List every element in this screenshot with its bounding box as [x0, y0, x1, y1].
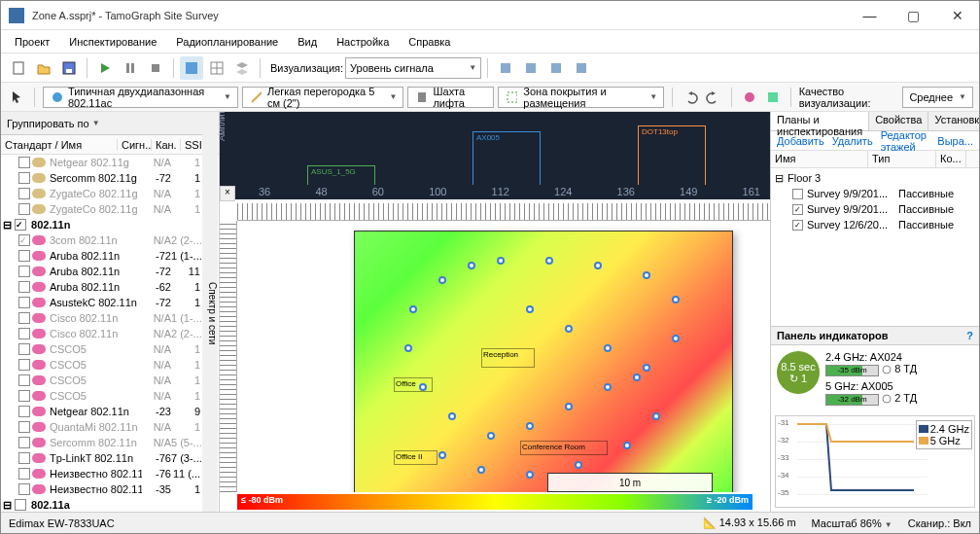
tab-settings[interactable]: Установки: [928, 112, 979, 130]
spectrum-tab[interactable]: Спектр и сети: [202, 112, 218, 512]
dimensions-status: 📐 14.93 x 15.66 m: [703, 516, 796, 529]
ap-row[interactable]: ZygateCo 802.11gN/A1: [1, 201, 219, 217]
ap-row[interactable]: Aruba 802.11n-7211: [1, 264, 219, 279]
svg-rect-11: [526, 63, 536, 73]
center-panel: Спектр и сети Амплитуда (dBm) ASUS_1_5GA…: [220, 112, 770, 512]
ap-row[interactable]: CSCO5N/A1: [1, 373, 219, 388]
ap-row[interactable]: Sercomm 802.11nN/A5 (5-...: [1, 435, 219, 450]
ap-list[interactable]: Netgear 802.11gN/A1Sercomm 802.11g-721Zy…: [1, 155, 219, 512]
ap-row[interactable]: ZygateCo 802.11gN/A1: [1, 186, 219, 201]
quality-label: Качество визуализации:: [799, 86, 899, 109]
delete-button[interactable]: Удалить: [832, 135, 873, 147]
ruler-vertical: [220, 221, 237, 492]
svg-point-20: [883, 395, 891, 403]
quality-select[interactable]: Среднее▼: [902, 87, 973, 108]
new-button[interactable]: [7, 56, 30, 80]
grid-button[interactable]: [205, 56, 228, 80]
spectrum-chart: Амплитуда (dBm) ASUS_1_5GAX005DOT13top 3…: [220, 112, 770, 199]
undo-button[interactable]: [681, 86, 700, 109]
tab-plans[interactable]: Планы и инспектирования: [771, 112, 869, 130]
zone-select[interactable]: Зона покрытия и размещения▼: [498, 87, 664, 108]
tool-b-button[interactable]: [519, 56, 542, 80]
svg-point-19: [883, 366, 891, 374]
floor-editor-button[interactable]: Редактор этажей: [881, 129, 930, 153]
viz-select[interactable]: Уровень сигнала▼: [345, 57, 481, 79]
zoom-status[interactable]: Масштаб 86% ▼: [812, 517, 892, 529]
chart-lines: [797, 420, 914, 503]
help-icon[interactable]: ?: [966, 330, 973, 341]
dashboard-header: Панель индикаторов ?: [771, 326, 979, 345]
menu-options[interactable]: Настройка: [329, 34, 397, 50]
spectrum-close-button[interactable]: ×: [220, 186, 235, 201]
ap-row[interactable]: Aruba 802.11n-721 (1-...: [1, 248, 219, 264]
survey-row[interactable]: Survey 9/9/201...Пассивные: [792, 186, 975, 201]
ap-row[interactable]: QuantaMi 802.11nN/A1: [1, 419, 219, 435]
scan-status[interactable]: Сканир.: Вкл: [908, 517, 971, 529]
menu-help[interactable]: Справка: [401, 34, 458, 50]
menu-rfplanning[interactable]: Радиопланирование: [168, 34, 286, 50]
pause-button[interactable]: [119, 56, 142, 80]
tool-d-button[interactable]: [570, 56, 593, 80]
window-title: Zone A.ssprj* - TamoGraph Site Survey: [32, 10, 848, 21]
wall-type-select[interactable]: Типичная двухдиапазонная 802.11ac▼: [43, 87, 238, 108]
pointer-button[interactable]: [7, 86, 26, 109]
ap-row[interactable]: Неизвестно 802.11n-351: [1, 481, 219, 497]
heatmap-button[interactable]: [180, 56, 203, 80]
menu-survey[interactable]: Инспектирование: [61, 34, 164, 50]
tab-props[interactable]: Свойства: [869, 112, 928, 130]
ap-row[interactable]: 3com 802.11nN/A2 (2-...: [1, 232, 219, 248]
redo-button[interactable]: [704, 86, 723, 109]
plans-toolbar: Добавить Удалить Редактор этажей Выра...: [771, 131, 979, 151]
stop-button[interactable]: [144, 56, 167, 80]
map-viewport[interactable]: ReceptionOfficeOffice IIConference Room …: [237, 221, 770, 492]
svg-rect-15: [418, 92, 426, 102]
ap-row[interactable]: Tp-LinkT 802.11n-767 (3-...: [1, 450, 219, 466]
ap-group[interactable]: ⊟ 802.11n: [1, 217, 219, 232]
layers-button[interactable]: [230, 56, 254, 80]
viz-label: Визуализация:: [270, 62, 343, 74]
dashboard-chart: -31-32-33-34-35 2.4 GHz 5 GHz: [775, 415, 975, 508]
ap-row[interactable]: Неизвестно 802.11n-7611 (...: [1, 466, 219, 481]
open-button[interactable]: [32, 56, 55, 80]
scale-bar: 10 m: [547, 473, 713, 492]
maximize-button[interactable]: ▢: [892, 1, 935, 30]
ap-row[interactable]: Netgear 802.11gN/A1: [1, 155, 219, 170]
group-by-select[interactable]: Группировать по ▼: [1, 112, 219, 135]
ap-row[interactable]: CSCO5N/A1: [1, 388, 219, 404]
svg-rect-4: [131, 63, 134, 73]
close-button[interactable]: ✕: [935, 1, 979, 30]
save-button[interactable]: [57, 56, 81, 80]
scan-timer: 8.5 sec ↻ 1: [777, 351, 820, 394]
ap-row[interactable]: CSCO5N/A1: [1, 357, 219, 373]
tool-a-button[interactable]: [494, 56, 517, 80]
attenuation-select[interactable]: Легкая перегородка 5 см (2")▼: [242, 87, 403, 108]
ap-row[interactable]: Netgear 802.11n-239: [1, 404, 219, 419]
minimize-button[interactable]: —: [848, 1, 892, 30]
plans-tree[interactable]: ⊟Floor 3 Survey 9/9/201...Пассивные✓Surv…: [771, 168, 979, 246]
align-button[interactable]: Выра...: [937, 135, 973, 147]
ap-group[interactable]: ⊟ 802.11a: [1, 497, 219, 512]
tool-c-button[interactable]: [544, 56, 568, 80]
ap-row[interactable]: Cisco 802.11nN/A1 (1-...: [1, 310, 219, 326]
ap-row[interactable]: Aruba 802.11n-621: [1, 279, 219, 295]
ap-row[interactable]: CSCO5N/A1: [1, 341, 219, 357]
menu-project[interactable]: Проект: [7, 34, 57, 50]
app-icon: [9, 8, 24, 23]
svg-rect-2: [66, 69, 72, 73]
play-button[interactable]: [93, 56, 117, 80]
ap-row[interactable]: Sercomm 802.11g-721: [1, 170, 219, 186]
ap-row[interactable]: Cisco 802.11nN/A2 (2-...: [1, 326, 219, 341]
misc2-button[interactable]: [763, 86, 783, 109]
add-button[interactable]: Добавить: [777, 135, 824, 147]
menu-view[interactable]: Вид: [290, 34, 325, 50]
svg-rect-18: [768, 92, 778, 102]
misc1-button[interactable]: [740, 86, 759, 109]
ap-panel: Группировать по ▼ Стандарт / Имя Сигн...…: [1, 112, 220, 512]
ap-row[interactable]: AsustekC 802.11n-721: [1, 295, 219, 310]
svg-rect-16: [508, 92, 517, 102]
survey-row[interactable]: ✓Survey 9/9/201...Пассивные: [792, 201, 975, 217]
floorplan[interactable]: ReceptionOfficeOffice IIConference Room …: [354, 231, 733, 492]
menubar: Проект Инспектирование Радиопланирование…: [1, 30, 979, 53]
shaft-select[interactable]: Шахта лифта: [407, 87, 494, 108]
survey-row[interactable]: ✓Survey 12/6/20...Пассивные: [792, 217, 975, 232]
